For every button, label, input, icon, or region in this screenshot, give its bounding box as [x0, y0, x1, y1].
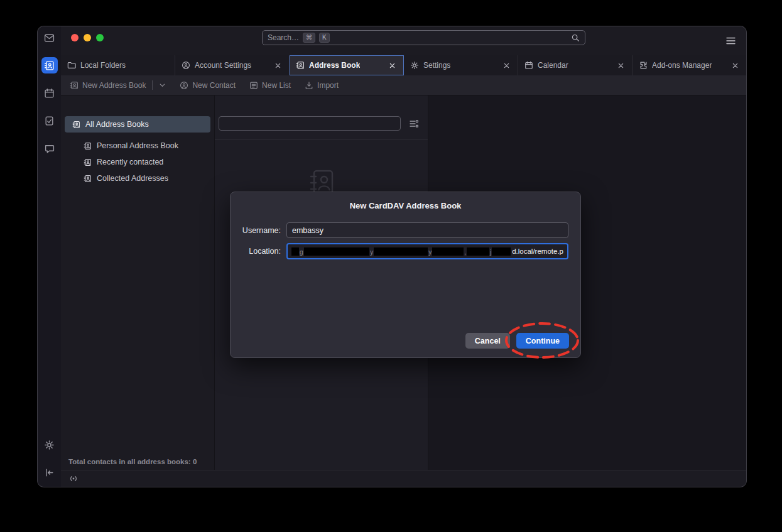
offline-indicator-icon[interactable] — [68, 474, 79, 484]
close-window-button[interactable] — [71, 34, 79, 41]
display-options-icon — [409, 119, 419, 129]
username-row: Username: — [241, 222, 568, 238]
username-field[interactable] — [286, 222, 568, 238]
zoom-window-button[interactable] — [96, 34, 104, 41]
tab-local-folders[interactable]: Local Folders — [61, 55, 175, 75]
import-button[interactable]: Import — [305, 81, 339, 90]
hamburger-icon — [725, 36, 736, 45]
address-books-pane: All Address Books Personal Address Book … — [61, 95, 215, 470]
redaction-fragment: y — [369, 249, 374, 256]
redaction-bar — [374, 247, 428, 256]
calendar-icon — [44, 88, 55, 99]
settings-button[interactable] — [41, 437, 58, 453]
addons-puzzle-icon — [639, 61, 648, 70]
new-carddav-dialog: New CardDAV Address Book Username: Locat… — [230, 192, 581, 358]
account-settings-icon — [182, 61, 190, 70]
import-label: Import — [317, 81, 339, 90]
contacts-search-input[interactable] — [219, 116, 401, 131]
total-contacts-status: Total contacts in all address books: 0 — [68, 458, 197, 465]
address-book-item-collected[interactable]: Collected Addresses — [65, 170, 210, 187]
tab-address-book[interactable]: Address Book — [290, 55, 404, 75]
location-field[interactable]: g y y , j d.local/remote.p — [286, 243, 568, 259]
redaction-fragment: g — [299, 249, 304, 256]
tab-close-button[interactable] — [501, 60, 511, 70]
continue-button[interactable]: Continue — [516, 333, 569, 349]
chat-space-button[interactable] — [41, 140, 58, 156]
spaces-toolbar — [38, 26, 61, 487]
collapse-spaces-button[interactable] — [41, 464, 58, 480]
address-book-space-button[interactable] — [41, 57, 58, 73]
display-options-button[interactable] — [408, 117, 420, 130]
address-book-icon — [84, 142, 92, 150]
thunderbird-window: Search… ⌘ K Local Folders Account Settin… — [38, 26, 746, 487]
divider — [152, 80, 153, 90]
tab-label: Calendar — [538, 61, 568, 70]
tab-label: Add-ons Manager — [652, 61, 712, 70]
address-book-icon — [44, 60, 55, 71]
import-icon — [305, 81, 313, 90]
tab-close-button[interactable] — [273, 60, 283, 70]
address-book-item-label: Collected Addresses — [97, 174, 168, 183]
traffic-lights — [71, 34, 104, 41]
global-search-input[interactable]: Search… ⌘ K — [262, 30, 585, 45]
app-menu-button[interactable] — [722, 33, 739, 48]
address-book-item-recent[interactable]: Recently contacted — [65, 154, 210, 170]
new-address-book-button[interactable]: New Address Book — [70, 80, 166, 90]
username-label: Username: — [241, 226, 281, 235]
address-book-icon — [84, 175, 92, 183]
redaction-bar — [467, 247, 489, 256]
mail-icon — [44, 33, 55, 43]
address-book-icon — [70, 81, 79, 90]
mail-space-button[interactable] — [41, 30, 58, 46]
person-icon — [180, 81, 188, 90]
tasks-space-button[interactable] — [41, 112, 58, 129]
list-icon — [249, 81, 258, 90]
address-book-toolbar: New Address Book New Contact New List Im… — [61, 75, 746, 95]
location-visible-text: d.local/remote.p — [512, 247, 563, 255]
collapse-icon — [44, 467, 55, 478]
new-contact-button[interactable]: New Contact — [180, 81, 236, 90]
address-book-item-label: All Address Books — [85, 120, 149, 129]
new-address-book-label: New Address Book — [82, 81, 146, 90]
tab-calendar[interactable]: Calendar — [518, 55, 633, 75]
location-row: Location: g y y , j d.local/remote.p — [241, 243, 568, 259]
address-book-item-personal[interactable]: Personal Address Book — [65, 138, 210, 154]
redaction-fragment: j — [489, 249, 492, 256]
gear-icon — [410, 61, 419, 70]
divider — [215, 139, 428, 140]
k-key-badge: K — [319, 33, 330, 43]
tab-bar: Local Folders Account Settings Address B… — [61, 55, 746, 75]
address-book-icon — [84, 158, 92, 166]
new-list-button[interactable]: New List — [249, 81, 291, 90]
tab-label: Settings — [423, 61, 450, 70]
tab-label: Account Settings — [195, 61, 251, 70]
redaction-bar — [492, 247, 511, 256]
redaction-bar — [432, 247, 464, 256]
tab-addons-manager[interactable]: Add-ons Manager — [633, 55, 746, 75]
redaction-bar — [291, 247, 299, 256]
address-book-icon — [72, 121, 80, 129]
address-book-item-all[interactable]: All Address Books — [65, 116, 210, 133]
spacer — [61, 133, 214, 138]
minimize-window-button[interactable] — [84, 34, 91, 41]
titlebar: Search… ⌘ K — [61, 26, 746, 55]
tab-close-button[interactable] — [730, 60, 740, 70]
gear-icon — [44, 440, 55, 450]
calendar-space-button[interactable] — [41, 85, 58, 101]
new-contact-label: New Contact — [192, 81, 236, 90]
tab-settings[interactable]: Settings — [404, 55, 518, 75]
folder-icon — [67, 61, 76, 70]
address-book-icon — [296, 61, 305, 70]
search-placeholder: Search… — [268, 33, 299, 42]
tab-close-button[interactable] — [387, 60, 397, 70]
chat-icon — [44, 143, 55, 154]
tab-close-button[interactable] — [616, 60, 626, 70]
tab-account-settings[interactable]: Account Settings — [175, 55, 290, 75]
redaction-bar — [304, 247, 370, 256]
address-book-item-label: Personal Address Book — [97, 141, 178, 150]
tab-label: Address Book — [309, 61, 360, 70]
tab-label: Local Folders — [80, 61, 126, 70]
cancel-button[interactable]: Cancel — [465, 333, 510, 349]
contacts-search-row — [215, 116, 428, 131]
tasks-icon — [44, 116, 55, 126]
